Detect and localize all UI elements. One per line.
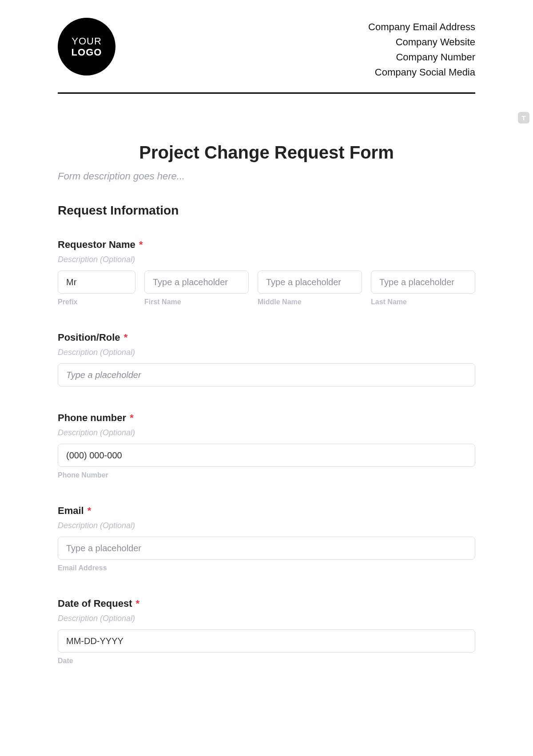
label-text: Email xyxy=(58,505,84,516)
section-title-request-info: Request Information xyxy=(58,203,475,218)
name-col-prefix: Prefix xyxy=(58,271,135,306)
label-date: Date of Request * xyxy=(58,598,475,609)
required-mark: * xyxy=(139,239,143,250)
sublabel-email: Email Address xyxy=(58,564,475,572)
field-position: Position/Role * Description (Optional) xyxy=(58,332,475,386)
sublabel-middle: Middle Name xyxy=(258,298,362,306)
name-col-middle: Middle Name xyxy=(258,271,362,306)
required-mark: * xyxy=(88,505,91,516)
sublabel-date: Date xyxy=(58,657,475,665)
page-container: YOUR LOGO Company Email Address Company … xyxy=(0,0,533,665)
logo-line-2: LOGO xyxy=(72,47,102,58)
name-row: Prefix First Name Middle Name Last Name xyxy=(58,271,475,306)
hint-email[interactable]: Description (Optional) xyxy=(58,521,475,530)
field-email: Email * Description (Optional) Email Add… xyxy=(58,505,475,572)
hint-date[interactable]: Description (Optional) xyxy=(58,614,475,623)
form-title: Project Change Request Form xyxy=(58,143,475,163)
label-phone: Phone number * xyxy=(58,412,475,424)
first-name-input[interactable] xyxy=(144,271,249,294)
field-phone: Phone number * Description (Optional) Ph… xyxy=(58,412,475,479)
company-info: Company Email Address Company Website Co… xyxy=(368,18,475,80)
email-input[interactable] xyxy=(58,537,475,560)
sublabel-last: Last Name xyxy=(371,298,475,306)
side-badge-icon[interactable]: T xyxy=(518,112,529,123)
required-mark: * xyxy=(136,598,140,609)
name-col-last: Last Name xyxy=(371,271,475,306)
label-text: Date of Request xyxy=(58,598,132,609)
field-date: Date of Request * Description (Optional)… xyxy=(58,598,475,665)
hint-requestor-name[interactable]: Description (Optional) xyxy=(58,255,475,264)
name-col-first: First Name xyxy=(144,271,249,306)
label-requestor-name: Requestor Name * xyxy=(58,239,475,251)
middle-name-input[interactable] xyxy=(258,271,362,294)
label-email: Email * xyxy=(58,505,475,517)
company-email: Company Email Address xyxy=(368,20,475,35)
required-mark: * xyxy=(130,412,134,423)
header-divider xyxy=(58,92,475,94)
letterhead: YOUR LOGO Company Email Address Company … xyxy=(58,18,475,92)
logo-line-1: YOUR xyxy=(72,36,102,47)
sublabel-prefix: Prefix xyxy=(58,298,135,306)
hint-position[interactable]: Description (Optional) xyxy=(58,348,475,357)
label-text: Phone number xyxy=(58,412,126,423)
company-website: Company Website xyxy=(368,35,475,50)
field-requestor-name: Requestor Name * Description (Optional) … xyxy=(58,239,475,306)
label-position: Position/Role * xyxy=(58,332,475,343)
sublabel-first: First Name xyxy=(144,298,249,306)
last-name-input[interactable] xyxy=(371,271,475,294)
position-input[interactable] xyxy=(58,363,475,386)
form-description-placeholder[interactable]: Form description goes here... xyxy=(58,171,475,182)
company-number: Company Number xyxy=(368,50,475,65)
label-text: Requestor Name xyxy=(58,239,135,250)
required-mark: * xyxy=(124,332,128,343)
sublabel-phone: Phone Number xyxy=(58,471,475,479)
logo: YOUR LOGO xyxy=(58,18,115,76)
label-text: Position/Role xyxy=(58,332,120,343)
hint-phone[interactable]: Description (Optional) xyxy=(58,428,475,438)
prefix-input[interactable] xyxy=(58,271,135,294)
date-input[interactable] xyxy=(58,629,475,653)
phone-input[interactable] xyxy=(58,444,475,467)
company-social: Company Social Media xyxy=(368,65,475,80)
